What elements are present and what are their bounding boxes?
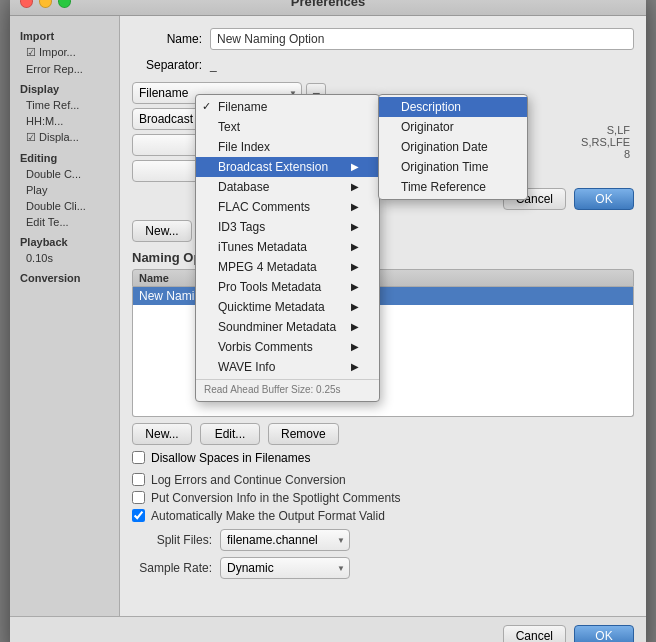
database-arrow: ▶: [351, 181, 359, 192]
menu-item-description-label: Description: [401, 100, 461, 114]
menu-item-timeref-label: Time Reference: [401, 180, 486, 194]
sidebar-item-hhm[interactable]: HH:M...: [10, 113, 119, 129]
sidebar-section-conversion: Conversion: [10, 266, 119, 286]
side-label-3: 8: [581, 148, 630, 160]
naming-remove-button[interactable]: Remove: [268, 423, 339, 445]
split-files-label: Split Files:: [132, 533, 212, 547]
menu-item-flac[interactable]: FLAC Comments ▶: [196, 197, 379, 217]
sidebar-item-editte[interactable]: Edit Te...: [10, 214, 119, 230]
maximize-button[interactable]: [58, 0, 71, 8]
sidebar-item-doublec1[interactable]: Double C...: [10, 166, 119, 182]
menu-level2[interactable]: Description Originator Origination Date …: [378, 94, 528, 200]
sample-rate-label: Sample Rate:: [132, 561, 212, 575]
disallow-spaces-label: Disallow Spaces in Filenames: [151, 451, 310, 465]
sidebar-section-display: Display: [10, 77, 119, 97]
menu-item-id3[interactable]: ID3 Tags ▶: [196, 217, 379, 237]
menu-item-broadcast-label: Broadcast Extension: [218, 160, 328, 174]
split-files-select[interactable]: filename.channel: [220, 529, 350, 551]
menu-item-itunes-label: iTunes Metadata: [218, 240, 307, 254]
preferences-window: Preferences Import ☑ Impor... Error Rep.…: [10, 0, 646, 642]
sample-rate-row: Sample Rate: Dynamic: [132, 557, 634, 579]
naming-edit-button[interactable]: Edit...: [200, 423, 260, 445]
quicktime-arrow: ▶: [351, 301, 359, 312]
window-controls: [20, 0, 71, 8]
menu-item-originator[interactable]: Originator: [379, 117, 527, 137]
sidebar: Import ☑ Impor... Error Rep... Display T…: [10, 16, 120, 616]
auto-valid-row: Automatically Make the Output Format Val…: [132, 509, 634, 523]
menu-item-mpeg4-label: MPEG 4 Metadata: [218, 260, 317, 274]
conversion-section: Log Errors and Continue Conversion Put C…: [132, 473, 634, 579]
auto-valid-checkbox[interactable]: [132, 509, 145, 522]
sidebar-section-import: Import: [10, 24, 119, 44]
menu-item-origdate[interactable]: Origination Date: [379, 137, 527, 157]
menu-item-itunes[interactable]: iTunes Metadata ▶: [196, 237, 379, 257]
menu-item-quicktime-label: Quicktime Metadata: [218, 300, 325, 314]
titlebar: Preferences: [10, 0, 646, 16]
vorbis-arrow: ▶: [351, 341, 359, 352]
log-errors-label: Log Errors and Continue Conversion: [151, 473, 346, 487]
naming-bottom-buttons: New... Edit... Remove: [132, 423, 634, 445]
sidebar-item-error[interactable]: Error Rep...: [10, 61, 119, 77]
protools-arrow: ▶: [351, 281, 359, 292]
menu-item-database-label: Database: [218, 180, 269, 194]
menu-item-fileindex[interactable]: File Index: [196, 137, 379, 157]
itunes-arrow: ▶: [351, 241, 359, 252]
menu-item-vorbis[interactable]: Vorbis Comments ▶: [196, 337, 379, 357]
menu-item-wave[interactable]: WAVE Info ▶: [196, 357, 379, 377]
new-button-top[interactable]: New...: [132, 220, 192, 242]
name-input[interactable]: [210, 28, 634, 50]
bottom-ok-button[interactable]: OK: [574, 625, 634, 643]
menu-item-timeref[interactable]: Time Reference: [379, 177, 527, 197]
sidebar-item-010s[interactable]: 0.10s: [10, 250, 119, 266]
separator-row: Separator: _: [132, 58, 634, 72]
menu-item-fileindex-label: File Index: [218, 140, 270, 154]
menu-item-filename[interactable]: Filename: [196, 97, 379, 117]
sidebar-item-import[interactable]: ☑ Impor...: [10, 44, 119, 61]
put-info-label: Put Conversion Info in the Spotlight Com…: [151, 491, 400, 505]
sidebar-item-displa[interactable]: ☑ Displa...: [10, 129, 119, 146]
close-button[interactable]: [20, 0, 33, 8]
flac-arrow: ▶: [351, 201, 359, 212]
naming-new-button[interactable]: New...: [132, 423, 192, 445]
split-files-row: Split Files: filename.channel: [132, 529, 634, 551]
sample-rate-select-wrapper: Dynamic: [220, 557, 350, 579]
menu-level1[interactable]: Filename Text File Index Broadcast Exten…: [195, 94, 380, 402]
menu-item-wave-label: WAVE Info: [218, 360, 275, 374]
auto-valid-label: Automatically Make the Output Format Val…: [151, 509, 385, 523]
main-content: Name: Separator: _ Filename −: [120, 16, 646, 616]
sidebar-item-doublecli[interactable]: Double Cli...: [10, 198, 119, 214]
sidebar-item-play[interactable]: Play: [10, 182, 119, 198]
separator-value: _: [210, 58, 217, 72]
window-title: Preferences: [291, 0, 365, 9]
log-errors-row: Log Errors and Continue Conversion: [132, 473, 634, 487]
sidebar-section-playback: Playback: [10, 230, 119, 250]
menu-item-database[interactable]: Database ▶: [196, 177, 379, 197]
sample-rate-select[interactable]: Dynamic: [220, 557, 350, 579]
menu-item-protools-label: Pro Tools Metadata: [218, 280, 321, 294]
menu-item-mpeg4[interactable]: MPEG 4 Metadata ▶: [196, 257, 379, 277]
menu-item-protools[interactable]: Pro Tools Metadata ▶: [196, 277, 379, 297]
menu-item-origtime[interactable]: Origination Time: [379, 157, 527, 177]
log-errors-checkbox[interactable]: [132, 473, 145, 486]
menu-item-soundminer-label: Soundminer Metadata: [218, 320, 336, 334]
split-files-select-wrapper: filename.channel: [220, 529, 350, 551]
bottom-buttons: Cancel OK: [10, 616, 646, 643]
menu-item-soundminer[interactable]: Soundminer Metadata ▶: [196, 317, 379, 337]
ok-button-top[interactable]: OK: [574, 188, 634, 210]
menu-item-quicktime[interactable]: Quicktime Metadata ▶: [196, 297, 379, 317]
sidebar-item-timeref[interactable]: Time Ref...: [10, 97, 119, 113]
put-info-checkbox[interactable]: [132, 491, 145, 504]
bottom-cancel-button[interactable]: Cancel: [503, 625, 566, 643]
minimize-button[interactable]: [39, 0, 52, 8]
menu-item-text[interactable]: Text: [196, 117, 379, 137]
menu-item-id3-label: ID3 Tags: [218, 220, 265, 234]
menu-item-text-label: Text: [218, 120, 240, 134]
soundminer-arrow: ▶: [351, 321, 359, 332]
menu-item-description[interactable]: Description: [379, 97, 527, 117]
menu-item-broadcast[interactable]: Broadcast Extension ▶: [196, 157, 379, 177]
side-label-2: S,RS,LFE: [581, 136, 630, 148]
menu-item-origtime-label: Origination Time: [401, 160, 488, 174]
name-label: Name:: [132, 32, 202, 46]
disallow-spaces-checkbox[interactable]: [132, 451, 145, 464]
disallow-spaces-row: Disallow Spaces in Filenames: [132, 451, 634, 465]
